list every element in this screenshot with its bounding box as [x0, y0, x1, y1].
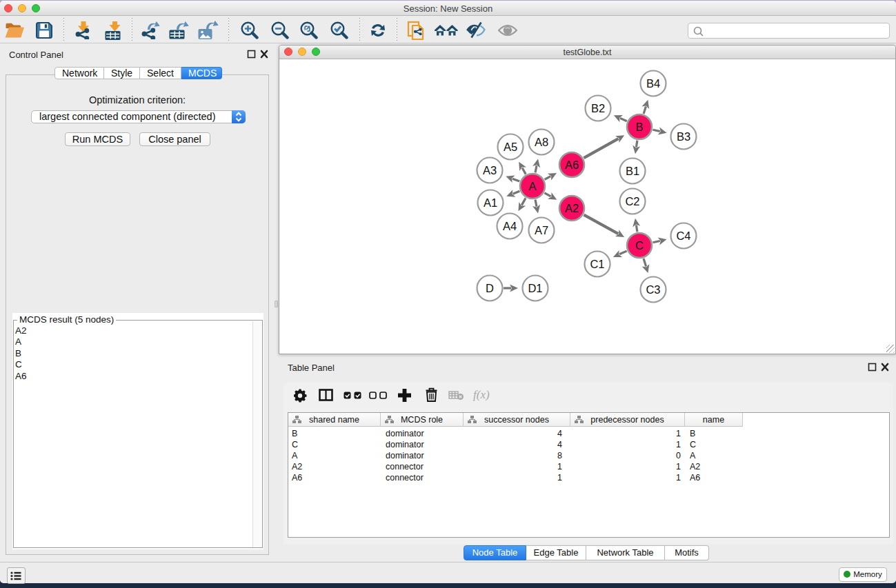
svg-text:A8: A8 [535, 136, 548, 148]
svg-text:B1: B1 [626, 165, 639, 177]
svg-text:C3: C3 [646, 283, 660, 296]
svg-text:A3: A3 [483, 164, 497, 176]
svg-text:D1: D1 [528, 282, 542, 294]
svg-text:C1: C1 [590, 258, 604, 270]
svg-text:B3: B3 [677, 130, 690, 143]
svg-text:B: B [635, 121, 643, 133]
svg-text:B2: B2 [591, 102, 605, 114]
svg-text:D: D [486, 282, 494, 294]
svg-text:A4: A4 [503, 220, 517, 232]
svg-text:A: A [528, 180, 536, 192]
svg-text:A7: A7 [535, 224, 548, 236]
svg-text:A5: A5 [504, 141, 517, 153]
svg-text:C: C [635, 239, 644, 252]
svg-text:A1: A1 [484, 196, 497, 209]
svg-text:B4: B4 [646, 77, 660, 90]
svg-text:C2: C2 [625, 195, 639, 207]
svg-text:A6: A6 [565, 159, 579, 171]
svg-text:C4: C4 [676, 230, 690, 242]
svg-text:A2: A2 [565, 202, 579, 214]
